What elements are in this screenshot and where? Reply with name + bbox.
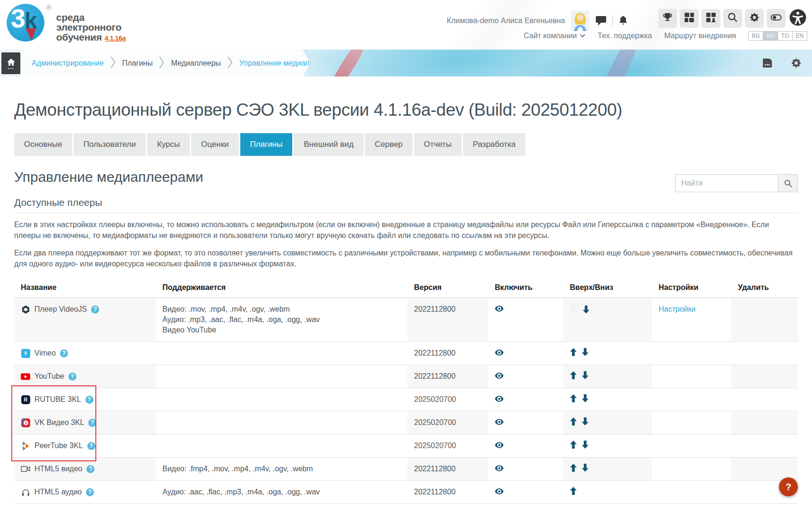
lang-tg[interactable]: TG (778, 31, 793, 41)
tab-5[interactable]: Плагины (240, 133, 293, 156)
move-down-button[interactable] (582, 394, 589, 402)
search-button[interactable] (778, 174, 798, 192)
help-icon[interactable]: ? (87, 442, 95, 450)
table-row: VK Видео 3KL?2025020700 (14, 411, 798, 434)
lang-ru[interactable]: RU (763, 31, 778, 41)
decor-swoosh (288, 50, 627, 76)
lang-en[interactable]: EN (793, 31, 807, 41)
table-row: PeerTube 3KL?2025020700 (14, 434, 798, 458)
gear-button[interactable] (745, 9, 764, 28)
move-down-button[interactable] (582, 464, 589, 472)
svg-text:R: R (24, 397, 27, 402)
svg-text:V: V (24, 351, 27, 356)
visibility-toggle-eye-icon[interactable] (495, 488, 504, 494)
supported-formats: Аудио: .mp3, .aac, .flac, .m4a, .oga, .o… (162, 314, 401, 325)
table-row: Плеер VideoJS?Видео: .mov, .mp4, .m4v, .… (14, 298, 798, 342)
breadcrumb-item[interactable]: Администрирование (32, 59, 104, 68)
chevron-right-icon (159, 56, 164, 70)
search-icon (784, 179, 792, 187)
implementation-route-link[interactable]: Маршрут внедрения (664, 32, 736, 40)
tech-support-link[interactable]: Тех. поддержка (598, 32, 652, 40)
visibility-toggle-eye-icon[interactable] (495, 306, 504, 312)
move-up-button[interactable] (570, 441, 577, 449)
supported-formats: Аудио: .aac, .flac, .mp3, .m4a, .oga, .o… (162, 487, 401, 497)
home-button[interactable]: ... (1, 52, 20, 74)
gear-icon (749, 12, 760, 25)
lang-bg[interactable]: BG (748, 31, 763, 41)
version-link[interactable]: 4.1.16a (105, 34, 126, 42)
tab-8[interactable]: Отчеты (414, 133, 462, 156)
accessibility-button[interactable] (788, 9, 807, 28)
tab-3[interactable]: Курсы (147, 133, 190, 156)
help-icon[interactable]: ? (88, 419, 96, 427)
trophy-button[interactable] (658, 9, 677, 28)
tab-1[interactable]: Основные (14, 133, 72, 156)
rutube-icon: R (21, 395, 30, 404)
delete-cell (731, 342, 798, 365)
tab-9[interactable]: Разработка (463, 133, 526, 156)
user-area: Климова-demo Алиса Евгеньевна (447, 10, 628, 31)
help-icon[interactable]: ? (86, 488, 94, 496)
player-name: HTML5 видео (34, 464, 82, 474)
gear-icon[interactable] (791, 58, 802, 68)
help-icon[interactable]: ? (85, 396, 93, 404)
move-up-button[interactable] (570, 464, 577, 472)
table-row: YouTube?2022112800 (14, 365, 798, 388)
message-icon[interactable] (595, 16, 607, 26)
help-icon[interactable]: ? (68, 373, 76, 381)
search-button[interactable] (723, 9, 742, 28)
logo-text: среда электронного обучения4.1.16a (56, 12, 126, 43)
app-logo[interactable]: 3 k ® среда электронного обучения4.1.16a (7, 4, 126, 43)
move-down-button[interactable] (582, 417, 589, 425)
move-up-button[interactable] (570, 348, 577, 356)
move-down-button[interactable] (582, 441, 589, 449)
plugin-version: 2022112800 (414, 305, 456, 313)
column-header: Включить (488, 278, 563, 298)
save-icon[interactable] (762, 58, 773, 68)
tab-4[interactable]: Оценки (191, 133, 239, 156)
tab-2[interactable]: Пользователи (74, 133, 146, 156)
videojs-icon (21, 305, 30, 314)
breadcrumb-bar: ... АдминистрированиеПлагиныМедиаплеерыУ… (0, 50, 812, 76)
company-site-menu[interactable]: Сайт компании (524, 32, 585, 40)
visibility-toggle-eye-icon[interactable] (495, 373, 504, 379)
settings-link[interactable]: Настройки (659, 305, 695, 313)
bell-icon[interactable] (618, 16, 628, 26)
breadcrumb: АдминистрированиеПлагиныМедиаплеерыУправ… (21, 50, 310, 76)
delete-cell (731, 411, 798, 434)
move-down-button[interactable] (582, 348, 589, 356)
divider (14, 212, 798, 213)
visibility-toggle-eye-icon[interactable] (495, 396, 504, 402)
move-up-button[interactable] (570, 417, 577, 425)
visibility-toggle-eye-icon[interactable] (495, 442, 504, 448)
breadcrumb-item[interactable]: Управление медиаплеерами (239, 59, 340, 68)
tab-6[interactable]: Внешний вид (294, 133, 363, 156)
help-icon[interactable]: ? (86, 465, 94, 473)
move-down-button[interactable] (582, 371, 589, 379)
move-up-button[interactable] (570, 371, 577, 379)
player-name: Vimeo (34, 348, 56, 358)
plugin-version: 2025020700 (414, 442, 456, 450)
help-icon[interactable]: ? (91, 306, 99, 314)
move-up-button[interactable] (570, 394, 577, 402)
logo-digit: 3 (11, 5, 25, 32)
visibility-toggle-eye-icon[interactable] (495, 465, 504, 471)
dashboard-blocks-icon (684, 12, 694, 25)
move-up-button[interactable] (570, 487, 577, 495)
people-blocks-button[interactable] (702, 9, 720, 28)
html5-video-icon (21, 465, 30, 473)
dashboard-blocks-button[interactable] (680, 9, 699, 28)
help-icon[interactable]: ? (60, 349, 68, 357)
registered-mark: ® (46, 4, 51, 11)
visibility-toggle-eye-icon[interactable] (495, 349, 504, 356)
user-name[interactable]: Климова-demo Алиса Евгеньевна (447, 17, 565, 25)
tab-7[interactable]: Сервер (365, 133, 413, 156)
floating-help-button[interactable]: ? (779, 477, 798, 496)
visibility-toggle-eye-icon[interactable] (495, 419, 504, 425)
chevron-right-icon (110, 56, 116, 70)
admin-search (675, 174, 798, 192)
avatar[interactable] (571, 10, 590, 31)
move-down-button[interactable] (583, 306, 590, 314)
search-input[interactable] (675, 174, 778, 192)
toggle-button[interactable] (767, 9, 786, 28)
